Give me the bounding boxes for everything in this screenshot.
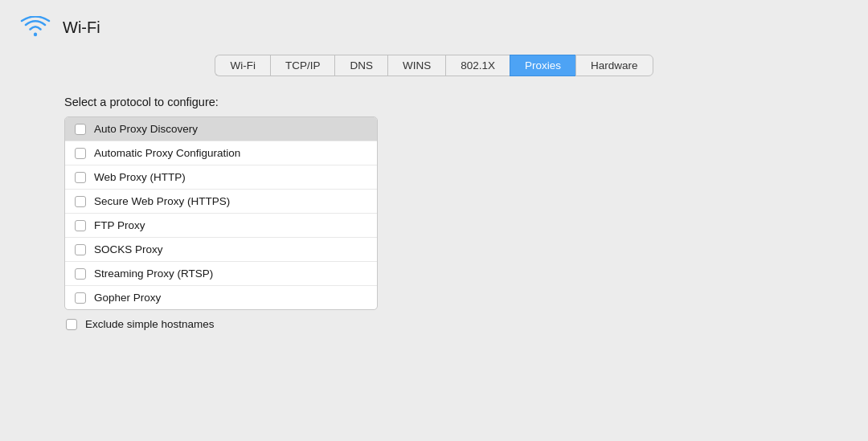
protocol-list: Auto Proxy Discovery Automatic Proxy Con…	[64, 116, 378, 310]
protocol-item-gopher-proxy[interactable]: Gopher Proxy	[65, 286, 377, 309]
tab-tcpip[interactable]: TCP/IP	[270, 55, 335, 76]
checkbox-gopher-proxy[interactable]	[75, 292, 86, 304]
checkbox-web-proxy-http[interactable]	[75, 172, 86, 183]
tab-8021x[interactable]: 802.1X	[445, 55, 510, 76]
checkbox-streaming-proxy[interactable]	[75, 268, 86, 280]
protocol-name-streaming-proxy: Streaming Proxy (RTSP)	[94, 267, 213, 280]
protocol-item-automatic-proxy-config[interactable]: Automatic Proxy Configuration	[65, 141, 377, 165]
title-bar: Wi-Fi	[0, 0, 868, 48]
protocol-label: Select a protocol to configure:	[64, 96, 804, 108]
protocol-item-auto-proxy-discovery[interactable]: Auto Proxy Discovery	[65, 117, 377, 141]
checkbox-ftp-proxy[interactable]	[75, 220, 86, 231]
protocol-name-web-proxy-http: Web Proxy (HTTP)	[94, 171, 186, 183]
tab-hardware[interactable]: Hardware	[575, 55, 653, 76]
protocol-name-socks-proxy: SOCKS Proxy	[94, 243, 163, 255]
main-content: Select a protocol to configure: Auto Pro…	[0, 88, 868, 441]
svg-point-0	[34, 33, 37, 36]
checkbox-auto-proxy-discovery[interactable]	[75, 124, 86, 135]
tab-wifi[interactable]: Wi-Fi	[215, 55, 269, 76]
tab-proxies[interactable]: Proxies	[510, 55, 575, 76]
protocol-item-socks-proxy[interactable]: SOCKS Proxy	[65, 238, 377, 262]
protocol-name-automatic-proxy-config: Automatic Proxy Configuration	[94, 147, 240, 159]
checkbox-socks-proxy[interactable]	[75, 244, 86, 255]
checkbox-exclude-hostnames[interactable]	[66, 319, 77, 330]
protocol-item-ftp-proxy[interactable]: FTP Proxy	[65, 214, 377, 238]
protocol-item-secure-web-proxy[interactable]: Secure Web Proxy (HTTPS)	[65, 190, 377, 214]
protocol-name-gopher-proxy: Gopher Proxy	[94, 292, 161, 304]
protocol-name-secure-web-proxy: Secure Web Proxy (HTTPS)	[94, 195, 230, 207]
tab-wins[interactable]: WINS	[387, 55, 445, 76]
protocol-name-auto-proxy-discovery: Auto Proxy Discovery	[94, 123, 198, 135]
exclude-row[interactable]: Exclude simple hostnames	[64, 318, 804, 330]
wifi-icon	[19, 14, 51, 40]
page-title: Wi-Fi	[63, 18, 100, 37]
checkbox-automatic-proxy-config[interactable]	[75, 148, 86, 159]
window: Wi-Fi Wi-Fi TCP/IP DNS WINS 802.1X Proxi…	[0, 0, 868, 441]
checkbox-secure-web-proxy[interactable]	[75, 196, 86, 207]
protocol-item-streaming-proxy[interactable]: Streaming Proxy (RTSP)	[65, 262, 377, 286]
tab-dns[interactable]: DNS	[334, 55, 387, 76]
exclude-label: Exclude simple hostnames	[85, 318, 215, 330]
protocol-name-ftp-proxy: FTP Proxy	[94, 219, 145, 231]
protocol-item-web-proxy-http[interactable]: Web Proxy (HTTP)	[65, 165, 377, 190]
tab-bar: Wi-Fi TCP/IP DNS WINS 802.1X Proxies Har…	[0, 48, 868, 88]
